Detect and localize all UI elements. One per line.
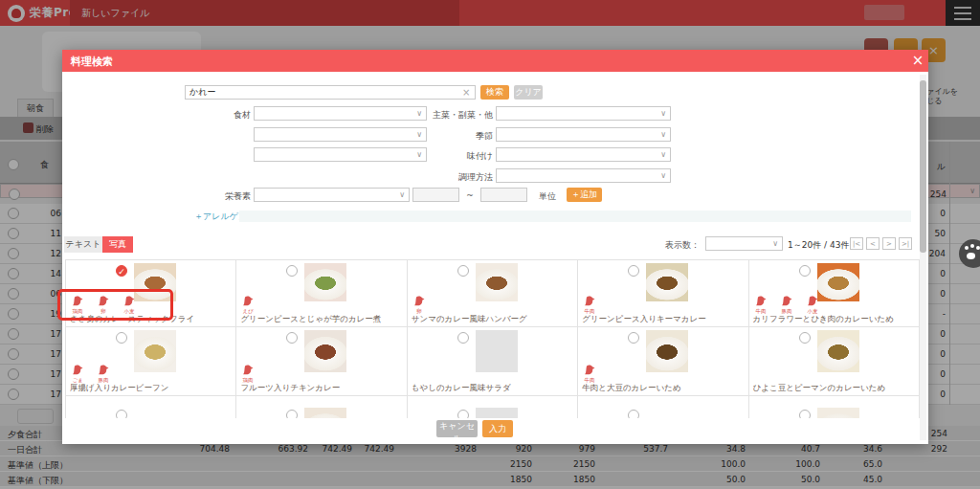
wheat-icon: 小麦 [805, 296, 820, 316]
allergen-icons: 牛肉 [582, 296, 597, 316]
ingredient-select-3[interactable] [254, 147, 427, 162]
modal-scrollbar[interactable] [920, 75, 926, 440]
dish-result-cell[interactable]: ごま豚肉厚揚げ入りカレービーフン [66, 327, 236, 396]
dish-result-cell[interactable]: 卵サンマのカレー風味ハンバーグ [408, 260, 578, 327]
flavor-select[interactable] [496, 147, 671, 162]
nutrient-max-input[interactable] [480, 188, 527, 202]
search-input[interactable] [185, 85, 476, 100]
dish-photo [817, 263, 859, 301]
allergen-icons: 卵 [412, 296, 427, 316]
nutrient-select[interactable] [254, 188, 410, 202]
display-count-label: 表示数： [665, 239, 700, 252]
dialog-close-icon[interactable]: × [909, 52, 926, 69]
dish-name: フルーツ入りチキンカレー [240, 383, 405, 394]
method-select[interactable] [496, 168, 671, 183]
chicken-icon: 鶏肉 [240, 365, 256, 385]
dish-result-cell[interactable]: えびグリーンピースとじゃが芋のカレー煮 [236, 260, 407, 327]
dish-search-dialog: 料理検索 × × 検索 クリア 食材 主菜・副菜・他 季節 味付け 調理方法 栄… [62, 50, 928, 444]
tab-photo[interactable]: 写真 [102, 236, 133, 253]
dish-result-cell[interactable] [408, 396, 578, 418]
dish-result-cell[interactable] [66, 396, 236, 418]
dish-radio[interactable] [286, 265, 298, 277]
paw-icon [967, 253, 975, 259]
dish-name: グリーンピース入りキーマカレー [582, 314, 746, 325]
result-count: 1～20件 / 43件 [788, 239, 849, 252]
dish-result-cell[interactable] [578, 396, 748, 418]
first-page-button[interactable]: |< [850, 237, 863, 250]
dish-name: もやしのカレー風味サラダ [412, 383, 576, 394]
floating-helper-button[interactable] [959, 239, 980, 268]
dish-radio[interactable] [628, 332, 639, 344]
pork-icon: 豚肉 [96, 365, 111, 385]
allergen-icons: 牛肉豚肉小麦 [753, 296, 820, 316]
allergen-icons: ごま豚肉 [70, 365, 111, 385]
unit-label: 単位 [539, 190, 562, 203]
allergen-icons: 牛肉 [582, 365, 597, 385]
clear-button[interactable]: クリア [514, 85, 543, 100]
highlight-annotation [57, 289, 173, 321]
dish-radio[interactable] [628, 265, 639, 277]
scrollbar-thumb[interactable] [920, 80, 926, 253]
ingredient-select-2[interactable] [254, 127, 427, 142]
dish-name: グリーンピースとじゃが芋のカレー煮 [240, 314, 405, 325]
dish-result-cell[interactable] [749, 396, 920, 418]
display-count-select[interactable] [705, 236, 783, 251]
screen: 栄養ProCloud 新しいファイル 料理名 × ファイルを閉じる 朝食 削除 … [0, 0, 980, 489]
sesame-icon: ごま [70, 365, 85, 385]
season-label: 季節 [407, 130, 493, 143]
dish-photo [304, 330, 346, 372]
dish-result-cell[interactable]: もやしのカレー風味サラダ [408, 327, 578, 396]
nutrient-label: 栄養素 [203, 190, 251, 203]
dish-radio[interactable] [799, 332, 811, 344]
dish-radio[interactable] [799, 265, 811, 277]
dish-radio[interactable] [286, 332, 298, 344]
dish-result-cell[interactable]: 鶏肉フルーツ入りチキンカレー [236, 327, 407, 396]
dish-result-cell[interactable]: 牛肉牛肉と大豆のカレーいため [578, 327, 748, 396]
beef-icon: 牛肉 [582, 296, 597, 316]
dish-radio[interactable] [286, 410, 298, 418]
dish-photo [817, 330, 859, 372]
dish-name: 厚揚げ入りカレービーフン [70, 383, 234, 394]
method-label: 調理方法 [407, 171, 493, 184]
dish-radio[interactable] [116, 410, 127, 418]
dish-radio[interactable] [116, 332, 127, 344]
dish-radio[interactable] [628, 410, 639, 418]
dish-radio[interactable] [457, 265, 469, 277]
next-page-button[interactable]: > [882, 237, 896, 250]
dish-photo [646, 263, 688, 301]
ingredient-select[interactable] [254, 106, 427, 121]
dish-photo [304, 408, 346, 418]
dish-result-cell[interactable]: ひよこ豆とピーマンのカレーいため [749, 327, 920, 396]
dish-photo [304, 263, 346, 301]
search-button[interactable]: 検索 [480, 85, 509, 100]
dish-radio[interactable] [799, 410, 811, 418]
category-label: 主菜・副菜・他 [407, 109, 493, 122]
season-select[interactable] [496, 127, 671, 142]
allergen-icons: えび [240, 296, 256, 316]
dish-radio-checked[interactable]: ✓ [116, 265, 127, 277]
nutrient-min-input[interactable] [412, 188, 459, 202]
tab-text[interactable]: テキスト [64, 236, 102, 253]
clear-search-icon[interactable]: × [462, 87, 470, 98]
prev-page-button[interactable]: < [866, 237, 880, 250]
photo-results-grid: ✓鶏肉卵小麦ささ身のカレースティックフライえびグリーンピースとじゃが芋のカレー煮… [65, 259, 920, 418]
add-nutrient-button[interactable]: ＋追加 [567, 188, 602, 202]
dish-name: 牛肉と大豆のカレーいため [582, 383, 746, 394]
dialog-header: 料理検索 × [62, 50, 928, 72]
category-select[interactable] [496, 106, 671, 121]
egg-icon: 卵 [412, 296, 427, 316]
pork-icon: 豚肉 [779, 296, 794, 316]
submit-button[interactable]: 入力 [482, 420, 513, 437]
dialog-title: 料理検索 [71, 55, 113, 69]
shrimp-icon: えび [240, 296, 256, 316]
allergen-strip [239, 211, 911, 222]
dish-result-cell[interactable] [236, 396, 407, 418]
last-page-button[interactable]: >| [899, 237, 912, 250]
dish-radio[interactable] [457, 332, 469, 344]
dish-photo [476, 330, 518, 372]
cancel-button[interactable]: キャンセル [436, 420, 478, 437]
ingredient-label: 食材 [203, 109, 251, 122]
dish-result-cell[interactable]: 牛肉グリーンピース入りキーマカレー [578, 260, 748, 327]
dish-radio[interactable] [457, 410, 469, 418]
dish-result-cell[interactable]: 牛肉豚肉小麦カリフラワーとひき肉のカレーいため [749, 260, 920, 327]
